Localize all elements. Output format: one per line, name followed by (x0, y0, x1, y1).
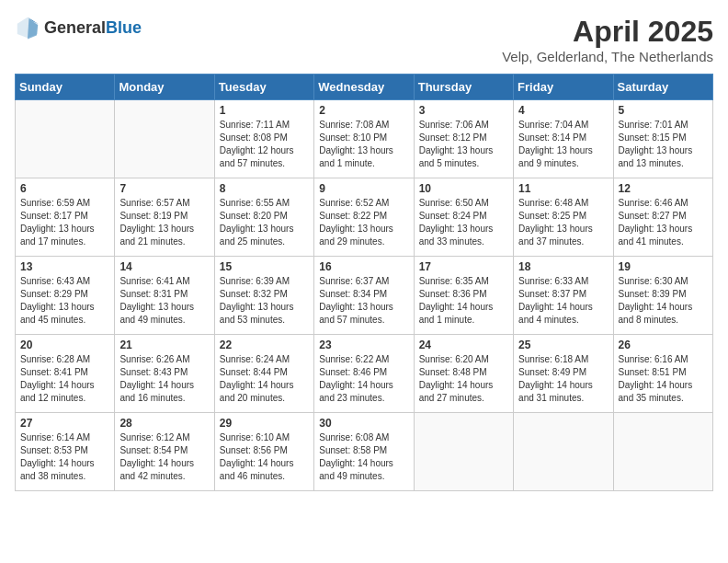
calendar-cell: 23Sunrise: 6:22 AMSunset: 8:46 PMDayligh… (314, 335, 414, 413)
logo-general: General (44, 18, 106, 37)
logo-blue: Blue (106, 18, 142, 37)
calendar-cell: 9Sunrise: 6:52 AMSunset: 8:22 PMDaylight… (314, 178, 414, 257)
day-header-friday: Friday (514, 75, 613, 100)
day-number: 21 (119, 339, 209, 351)
calendar-cell: 18Sunrise: 6:33 AMSunset: 8:37 PMDayligh… (514, 257, 613, 335)
title-block: April 2025 Velp, Gelderland, The Netherl… (502, 15, 713, 64)
day-number: 14 (119, 260, 209, 273)
calendar-cell: 24Sunrise: 6:20 AMSunset: 8:48 PMDayligh… (414, 335, 513, 413)
day-number: 3 (419, 104, 508, 117)
day-number: 8 (220, 182, 309, 195)
day-info: Sunrise: 6:18 AMSunset: 8:49 PMDaylight:… (518, 353, 608, 405)
day-number: 27 (20, 417, 109, 430)
day-number: 13 (20, 260, 109, 273)
day-number: 6 (20, 182, 109, 195)
day-info: Sunrise: 7:08 AMSunset: 8:10 PMDaylight:… (319, 119, 408, 170)
day-info: Sunrise: 6:59 AMSunset: 8:17 PMDaylight:… (20, 197, 109, 248)
calendar-cell: 19Sunrise: 6:30 AMSunset: 8:39 PMDayligh… (613, 257, 712, 335)
logo: GeneralBlue (15, 15, 142, 40)
calendar-cell: 8Sunrise: 6:55 AMSunset: 8:20 PMDaylight… (214, 178, 313, 257)
week-row-3: 13Sunrise: 6:43 AMSunset: 8:29 PMDayligh… (16, 257, 713, 335)
day-number: 15 (220, 260, 309, 273)
calendar-cell: 10Sunrise: 6:50 AMSunset: 8:24 PMDayligh… (414, 178, 513, 257)
calendar-cell: 13Sunrise: 6:43 AMSunset: 8:29 PMDayligh… (16, 257, 115, 335)
day-number: 22 (220, 339, 309, 351)
day-header-sunday: Sunday (16, 75, 115, 100)
day-number: 11 (518, 182, 608, 195)
day-info: Sunrise: 6:12 AMSunset: 8:54 PMDaylight:… (119, 431, 209, 483)
calendar-title: April 2025 (502, 15, 713, 49)
day-info: Sunrise: 6:35 AMSunset: 8:36 PMDaylight:… (419, 275, 508, 327)
calendar-cell: 21Sunrise: 6:26 AMSunset: 8:43 PMDayligh… (115, 335, 214, 413)
calendar-cell (613, 413, 712, 491)
day-number: 10 (419, 182, 508, 195)
calendar-cell: 22Sunrise: 6:24 AMSunset: 8:44 PMDayligh… (214, 335, 313, 413)
day-number: 1 (220, 104, 309, 117)
day-number: 24 (419, 339, 508, 351)
day-number: 4 (518, 104, 608, 117)
day-info: Sunrise: 6:26 AMSunset: 8:43 PMDaylight:… (119, 353, 209, 405)
day-info: Sunrise: 6:52 AMSunset: 8:22 PMDaylight:… (319, 197, 408, 248)
calendar-cell: 1Sunrise: 7:11 AMSunset: 8:08 PMDaylight… (214, 100, 313, 178)
calendar-header-row: SundayMondayTuesdayWednesdayThursdayFrid… (16, 75, 713, 100)
calendar-cell: 20Sunrise: 6:28 AMSunset: 8:41 PMDayligh… (16, 335, 115, 413)
calendar-cell (514, 413, 613, 491)
day-info: Sunrise: 7:01 AMSunset: 8:15 PMDaylight:… (619, 119, 708, 170)
day-info: Sunrise: 6:24 AMSunset: 8:44 PMDaylight:… (220, 353, 309, 405)
day-info: Sunrise: 6:33 AMSunset: 8:37 PMDaylight:… (518, 275, 608, 327)
logo-text: GeneralBlue (44, 18, 142, 38)
calendar-cell: 5Sunrise: 7:01 AMSunset: 8:15 PMDaylight… (613, 100, 712, 178)
day-number: 30 (319, 417, 408, 430)
calendar-cell (414, 413, 513, 491)
day-info: Sunrise: 6:30 AMSunset: 8:39 PMDaylight:… (619, 275, 708, 327)
calendar-table: SundayMondayTuesdayWednesdayThursdayFrid… (15, 74, 713, 491)
day-info: Sunrise: 6:28 AMSunset: 8:41 PMDaylight:… (20, 353, 109, 405)
day-header-thursday: Thursday (414, 75, 513, 100)
day-info: Sunrise: 6:48 AMSunset: 8:25 PMDaylight:… (518, 197, 608, 248)
day-info: Sunrise: 6:41 AMSunset: 8:31 PMDaylight:… (119, 275, 209, 327)
day-info: Sunrise: 7:11 AMSunset: 8:08 PMDaylight:… (220, 119, 309, 170)
day-number: 16 (319, 260, 408, 273)
day-info: Sunrise: 6:43 AMSunset: 8:29 PMDaylight:… (20, 275, 109, 327)
day-number: 20 (20, 339, 109, 351)
calendar-cell: 28Sunrise: 6:12 AMSunset: 8:54 PMDayligh… (115, 413, 214, 491)
day-info: Sunrise: 6:14 AMSunset: 8:53 PMDaylight:… (20, 431, 109, 483)
day-info: Sunrise: 7:06 AMSunset: 8:12 PMDaylight:… (419, 119, 508, 170)
day-header-wednesday: Wednesday (314, 75, 414, 100)
calendar-cell: 6Sunrise: 6:59 AMSunset: 8:17 PMDaylight… (16, 178, 115, 257)
calendar-cell (16, 100, 115, 178)
calendar-cell: 16Sunrise: 6:37 AMSunset: 8:34 PMDayligh… (314, 257, 414, 335)
day-number: 2 (319, 104, 408, 117)
day-number: 5 (619, 104, 708, 117)
day-info: Sunrise: 6:50 AMSunset: 8:24 PMDaylight:… (419, 197, 508, 248)
calendar-cell: 11Sunrise: 6:48 AMSunset: 8:25 PMDayligh… (514, 178, 613, 257)
calendar-cell (115, 100, 214, 178)
day-info: Sunrise: 6:22 AMSunset: 8:46 PMDaylight:… (319, 353, 408, 405)
day-info: Sunrise: 6:08 AMSunset: 8:58 PMDaylight:… (319, 431, 408, 483)
week-row-2: 6Sunrise: 6:59 AMSunset: 8:17 PMDaylight… (16, 178, 713, 257)
calendar-cell: 17Sunrise: 6:35 AMSunset: 8:36 PMDayligh… (414, 257, 513, 335)
day-number: 29 (220, 417, 309, 430)
calendar-cell: 27Sunrise: 6:14 AMSunset: 8:53 PMDayligh… (16, 413, 115, 491)
calendar-cell: 30Sunrise: 6:08 AMSunset: 8:58 PMDayligh… (314, 413, 414, 491)
calendar-subtitle: Velp, Gelderland, The Netherlands (502, 49, 713, 64)
week-row-4: 20Sunrise: 6:28 AMSunset: 8:41 PMDayligh… (16, 335, 713, 413)
day-number: 23 (319, 339, 408, 351)
calendar-cell: 4Sunrise: 7:04 AMSunset: 8:14 PMDaylight… (514, 100, 613, 178)
day-info: Sunrise: 7:04 AMSunset: 8:14 PMDaylight:… (518, 119, 608, 170)
calendar-cell: 7Sunrise: 6:57 AMSunset: 8:19 PMDaylight… (115, 178, 214, 257)
day-info: Sunrise: 6:37 AMSunset: 8:34 PMDaylight:… (319, 275, 408, 327)
day-number: 28 (119, 417, 209, 430)
calendar-cell: 14Sunrise: 6:41 AMSunset: 8:31 PMDayligh… (115, 257, 214, 335)
calendar-cell: 26Sunrise: 6:16 AMSunset: 8:51 PMDayligh… (613, 335, 712, 413)
day-number: 18 (518, 260, 608, 273)
svg-marker-1 (28, 18, 38, 39)
calendar-cell: 29Sunrise: 6:10 AMSunset: 8:56 PMDayligh… (214, 413, 313, 491)
calendar-cell: 15Sunrise: 6:39 AMSunset: 8:32 PMDayligh… (214, 257, 313, 335)
day-header-tuesday: Tuesday (214, 75, 313, 100)
calendar-cell: 2Sunrise: 7:08 AMSunset: 8:10 PMDaylight… (314, 100, 414, 178)
day-number: 9 (319, 182, 408, 195)
page-header: GeneralBlue April 2025 Velp, Gelderland,… (15, 15, 713, 64)
day-info: Sunrise: 6:55 AMSunset: 8:20 PMDaylight:… (220, 197, 309, 248)
calendar-cell: 12Sunrise: 6:46 AMSunset: 8:27 PMDayligh… (613, 178, 712, 257)
